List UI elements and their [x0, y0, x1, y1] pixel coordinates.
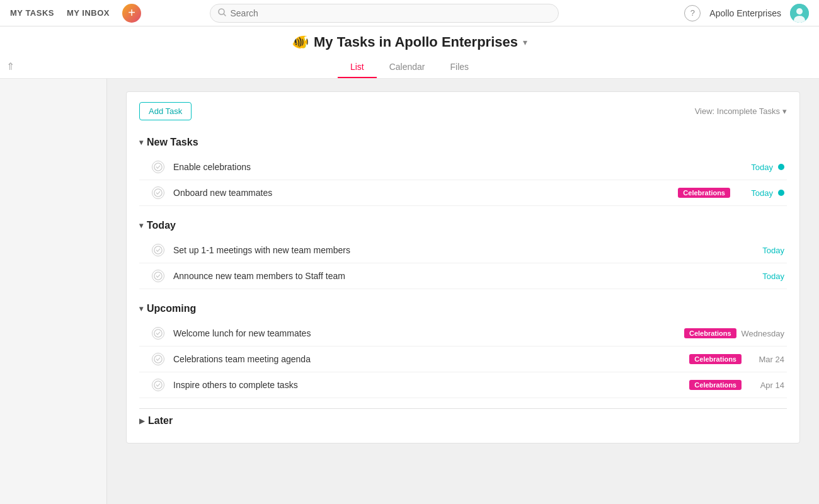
task-tag: Celebrations	[689, 354, 742, 364]
content-area: Add Task View: Incomplete Tasks ▾ ▾ New …	[107, 79, 819, 504]
task-date: Today	[735, 188, 773, 198]
task-date: Mar 24	[747, 355, 784, 364]
svg-point-3	[796, 8, 803, 14]
svg-point-5	[154, 163, 162, 171]
task-checkbox[interactable]	[152, 353, 164, 365]
task-checkbox[interactable]	[152, 379, 164, 391]
task-dot	[778, 190, 784, 196]
task-meta: Celebrations Mar 24	[689, 354, 787, 364]
task-meta: Today	[747, 246, 787, 255]
view-selector-chevron-icon: ▾	[782, 106, 787, 116]
org-name-label: Apollo Enterprises	[709, 8, 781, 18]
toolbar: Add Task View: Incomplete Tasks ▾	[139, 102, 787, 120]
section-chevron-later-icon: ▶	[139, 417, 144, 425]
page-title-chevron-icon[interactable]: ▾	[523, 37, 527, 47]
page-title-icon: 🐠	[292, 34, 309, 50]
section-header-later[interactable]: ▶ Later	[139, 409, 787, 433]
task-container: Add Task View: Incomplete Tasks ▾ ▾ New …	[126, 91, 800, 444]
section-chevron-today-icon: ▾	[139, 221, 143, 230]
svg-line-1	[224, 14, 226, 16]
add-button[interactable]: +	[122, 4, 141, 23]
task-dot	[778, 164, 784, 170]
task-checkbox[interactable]	[152, 161, 164, 173]
section-header-new-tasks[interactable]: ▾ New Tasks	[139, 133, 787, 152]
task-checkbox[interactable]	[152, 244, 164, 256]
page-header: 🐠 My Tasks in Apollo Enterprises ▾ List …	[0, 26, 819, 79]
avatar[interactable]	[790, 4, 809, 23]
task-list-upcoming: Welcome lunch for new teammates Celebrat…	[139, 321, 787, 398]
task-date: Today	[747, 272, 784, 281]
task-row[interactable]: Welcome lunch for new teammates Celebrat…	[139, 321, 787, 346]
svg-point-7	[154, 246, 162, 254]
add-task-button[interactable]: Add Task	[139, 102, 192, 120]
task-date: Today	[747, 246, 784, 255]
task-row[interactable]: Onboard new teammates Celebrations Today	[139, 180, 787, 206]
task-meta: Celebrations Today	[678, 188, 787, 198]
help-button[interactable]: ?	[684, 5, 701, 21]
task-tag: Celebrations	[678, 188, 730, 198]
sidebar-toggle[interactable]: ⇑	[6, 60, 14, 72]
task-meta: Today	[747, 272, 787, 281]
section-title-upcoming: Upcoming	[147, 303, 196, 314]
task-tag: Celebrations	[684, 328, 736, 338]
view-selector[interactable]: View: Incomplete Tasks ▾	[695, 106, 787, 116]
tab-list[interactable]: List	[338, 57, 377, 78]
my-inbox-nav[interactable]: MY INBOX	[67, 8, 110, 18]
task-row[interactable]: Celebrations team meeting agenda Celebra…	[139, 346, 787, 372]
search-input[interactable]	[230, 8, 551, 18]
page-title: My Tasks in Apollo Enterprises	[314, 34, 518, 50]
task-name: Announce new team members to Staff team	[173, 271, 747, 281]
svg-point-10	[154, 355, 162, 363]
search-icon	[218, 8, 226, 18]
tabs: List Calendar Files	[0, 57, 819, 78]
tab-files[interactable]: Files	[438, 57, 482, 78]
task-row[interactable]: Announce new team members to Staff team …	[139, 263, 787, 289]
task-meta: Celebrations Wednesday	[684, 328, 787, 338]
my-tasks-nav[interactable]: MY TASKS	[10, 8, 54, 18]
task-meta: Celebrations Apr 14	[689, 380, 787, 390]
main-area: ⇑ Add Task View: Incomplete Tasks ▾ ▾ Ne…	[0, 79, 819, 504]
task-row[interactable]: Inspire others to complete tasks Celebra…	[139, 372, 787, 398]
section-title-new-tasks: New Tasks	[147, 137, 198, 148]
svg-point-6	[154, 189, 162, 197]
task-name: Welcome lunch for new teammates	[173, 328, 684, 338]
sidebar: ⇑	[0, 79, 107, 504]
section-chevron-new-tasks-icon: ▾	[139, 138, 143, 147]
svg-point-8	[154, 272, 162, 280]
svg-point-9	[154, 329, 162, 337]
task-checkbox[interactable]	[152, 327, 164, 340]
task-row[interactable]: Set up 1-1 meetings with new team member…	[139, 238, 787, 263]
page-title-row: 🐠 My Tasks in Apollo Enterprises ▾	[0, 34, 819, 50]
top-nav: MY TASKS MY INBOX + ? Apollo Enterprises	[0, 0, 819, 26]
task-meta: Today	[735, 163, 787, 172]
task-list-today: Set up 1-1 meetings with new team member…	[139, 238, 787, 289]
view-selector-label: View: Incomplete Tasks	[695, 106, 780, 116]
task-checkbox[interactable]	[152, 186, 164, 199]
svg-point-11	[154, 381, 162, 389]
nav-left: MY TASKS MY INBOX +	[10, 4, 141, 23]
section-chevron-upcoming-icon: ▾	[139, 304, 143, 313]
nav-right: ? Apollo Enterprises	[684, 4, 809, 23]
section-header-upcoming[interactable]: ▾ Upcoming	[139, 299, 787, 318]
section-title-today: Today	[147, 220, 176, 231]
task-checkbox[interactable]	[152, 270, 164, 282]
section-title-later: Later	[148, 415, 173, 427]
task-date: Apr 14	[747, 381, 784, 390]
search-bar[interactable]	[210, 4, 559, 23]
section-header-today[interactable]: ▾ Today	[139, 216, 787, 235]
task-tag: Celebrations	[689, 380, 742, 390]
task-date: Today	[735, 163, 773, 172]
task-name: Set up 1-1 meetings with new team member…	[173, 245, 747, 255]
task-row[interactable]: Enable celebrations Today	[139, 154, 787, 180]
task-name: Inspire others to complete tasks	[173, 380, 689, 390]
task-list-new-tasks: Enable celebrations Today Onboard new te…	[139, 154, 787, 206]
task-name: Celebrations team meeting agenda	[173, 354, 689, 364]
task-date: Wednesday	[742, 329, 784, 338]
task-name: Enable celebrations	[173, 162, 735, 172]
task-name: Onboard new teammates	[173, 188, 678, 198]
tab-calendar[interactable]: Calendar	[377, 57, 438, 78]
